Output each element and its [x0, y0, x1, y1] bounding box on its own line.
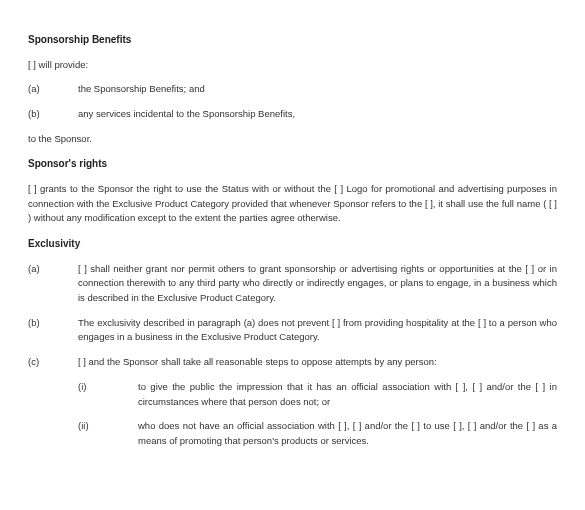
spacer — [50, 82, 78, 97]
list-item: (a) the Sponsorship Benefits; and — [28, 82, 557, 97]
sub-marker: (ii) — [78, 419, 100, 448]
item-marker: (a) — [28, 82, 50, 97]
item-body: [ ] and the Sponsor shall take all reaso… — [78, 355, 557, 449]
list-item: (a) [ ] shall neither grant nor permit o… — [28, 262, 557, 306]
spacer — [50, 355, 78, 449]
sub-marker: (i) — [78, 380, 100, 409]
item-marker: (b) — [28, 107, 50, 122]
item-marker: (a) — [28, 262, 50, 306]
sub-item: (ii) who does not have an official assoc… — [78, 419, 557, 448]
list-item: (b) any services incidental to the Spons… — [28, 107, 557, 122]
sub-text: who does not have an official associatio… — [138, 419, 557, 448]
item-text: the Sponsorship Benefits; and — [78, 82, 557, 97]
spacer — [100, 419, 138, 448]
list-item: (b) The exclusivity described in paragra… — [28, 316, 557, 345]
outro-text: to the Sponsor. — [28, 132, 557, 147]
item-text: [ ] shall neither grant nor permit other… — [78, 262, 557, 306]
item-marker: (b) — [28, 316, 50, 345]
sub-text: to give the public the impression that i… — [138, 380, 557, 409]
spacer — [50, 262, 78, 306]
item-text: [ ] and the Sponsor shall take all reaso… — [78, 355, 557, 370]
spacer — [50, 107, 78, 122]
item-text: any services incidental to the Sponsorsh… — [78, 107, 557, 122]
spacer — [100, 380, 138, 409]
list-item: (c) [ ] and the Sponsor shall take all r… — [28, 355, 557, 449]
heading-exclusivity: Exclusivity — [28, 236, 557, 252]
sub-item: (i) to give the public the impression th… — [78, 380, 557, 409]
heading-sponsors-rights: Sponsor's rights — [28, 156, 557, 172]
heading-sponsorship-benefits: Sponsorship Benefits — [28, 32, 557, 48]
item-text: The exclusivity described in paragraph (… — [78, 316, 557, 345]
intro-text: [ ] will provide: — [28, 58, 557, 73]
spacer — [50, 316, 78, 345]
item-marker: (c) — [28, 355, 50, 449]
rights-text: [ ] grants to the Sponsor the right to u… — [28, 182, 557, 226]
